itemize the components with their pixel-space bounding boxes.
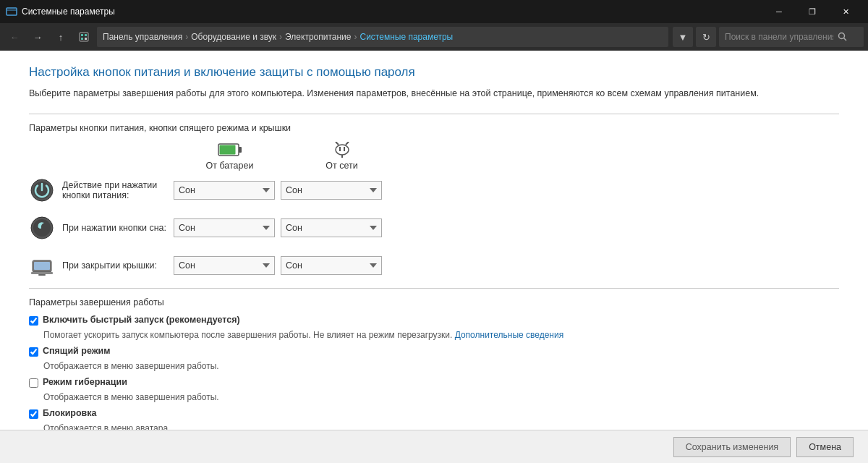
hibernate-sub: Отображается в меню завершения работы. xyxy=(43,392,839,402)
lid-label: При закрытии крышки: xyxy=(62,260,174,271)
svg-rect-3 xyxy=(81,34,83,36)
sleep-btn-battery-select[interactable]: Сон Завершение работы Ничего не делать Г… xyxy=(174,218,275,237)
main-content: Настройка кнопок питания и включение защ… xyxy=(0,51,868,463)
fast-start-row: Включить быстрый запуск (рекомендуется) xyxy=(29,315,839,326)
svg-rect-23 xyxy=(34,262,50,270)
svg-point-12 xyxy=(336,145,349,155)
hibernate-row: Режим гибернации xyxy=(29,377,839,388)
sleep-button-row: При нажатии кнопки сна: Сон Завершение р… xyxy=(29,213,839,243)
addressbar: ← → ↑ Панель управления › Оборудование и… xyxy=(0,23,868,51)
window-controls: ─ ❐ ✕ xyxy=(762,0,862,23)
svg-line-13 xyxy=(336,142,339,145)
svg-rect-17 xyxy=(344,147,345,151)
back-button[interactable]: ← xyxy=(4,27,25,47)
fast-start-link[interactable]: Дополнительные сведения xyxy=(455,330,563,340)
battery-icon xyxy=(218,142,242,158)
power-icon xyxy=(330,142,354,158)
sleep-btn-icon xyxy=(29,215,55,241)
lock-label: Блокировка xyxy=(43,408,97,418)
breadcrumb: Панель управления › Оборудование и звук … xyxy=(97,27,668,47)
sleep-mode-sub: Отображается в меню завершения работы. xyxy=(43,361,839,371)
up-button[interactable]: ↑ xyxy=(51,27,71,47)
divider-1 xyxy=(29,114,839,114)
breadcrumb-power[interactable]: Электропитание xyxy=(285,32,351,42)
lid-row: При закрытии крышки: Сон Завершение рабо… xyxy=(29,250,839,281)
hibernate-checkbox[interactable] xyxy=(29,378,38,388)
svg-rect-0 xyxy=(7,8,17,15)
svg-rect-11 xyxy=(219,145,235,154)
lid-icon xyxy=(29,252,55,279)
section1-label: Параметры кнопки питания, кнопки спящего… xyxy=(29,123,839,133)
save-button[interactable]: Сохранить изменения xyxy=(673,437,791,457)
breadcrumb-controlpanel[interactable]: Панель управления xyxy=(103,32,182,42)
page-title: Настройка кнопок питания и включение защ… xyxy=(29,65,839,80)
cancel-button[interactable]: Отмена xyxy=(796,437,854,457)
svg-rect-4 xyxy=(81,38,83,40)
titlebar: Системные параметры ─ ❐ ✕ xyxy=(0,0,868,23)
search-input[interactable] xyxy=(725,32,833,42)
forward-button[interactable]: → xyxy=(27,27,48,47)
fast-start-label: Включить быстрый запуск (рекомендуется) xyxy=(43,315,240,325)
sleep-btn-label: При нажатии кнопки сна: xyxy=(62,223,174,233)
section2-label: Параметры завершения работы xyxy=(29,297,839,307)
svg-point-7 xyxy=(839,33,845,39)
divider-2 xyxy=(29,288,839,289)
hibernate-label: Режим гибернации xyxy=(43,377,127,387)
svg-point-21 xyxy=(33,219,51,237)
location-icon xyxy=(74,27,94,47)
power-btn-battery-dropdown[interactable]: Сон Завершение работы Ничего не делать Г… xyxy=(174,181,275,200)
lid-battery-dropdown[interactable]: Сон Завершение работы Ничего не делать Г… xyxy=(174,256,275,275)
col-battery-header: От батареи xyxy=(174,142,286,171)
lid-battery-select[interactable]: Сон Завершение работы Ничего не делать Г… xyxy=(174,256,275,275)
power-button-row: Действие при нажатии кнопки питания: Сон… xyxy=(29,175,839,205)
sleep-btn-power-select[interactable]: Сон Завершение работы Ничего не делать Г… xyxy=(281,218,382,237)
svg-line-8 xyxy=(844,38,847,41)
page-description: Выберите параметры завершения работы для… xyxy=(29,87,839,101)
sleep-mode-checkbox[interactable] xyxy=(29,347,38,357)
col-power-header: От сети xyxy=(286,142,398,171)
power-btn-battery-select[interactable]: Сон Завершение работы Ничего не делать Г… xyxy=(174,181,275,200)
power-btn-power-select[interactable]: Сон Завершение работы Ничего не делать Г… xyxy=(281,181,382,200)
fast-start-checkbox[interactable] xyxy=(29,316,38,326)
power-btn-label: Действие при нажатии кнопки питания: xyxy=(62,180,174,200)
window-title: Системные параметры xyxy=(22,7,762,17)
lid-power-dropdown[interactable]: Сон Завершение работы Ничего не делать Г… xyxy=(281,256,382,275)
lock-row: Блокировка xyxy=(29,408,839,419)
column-headers: От батареи От сети xyxy=(29,142,839,171)
breadcrumb-hardware[interactable]: Оборудование и звук xyxy=(191,32,276,42)
power-btn-icon xyxy=(29,177,55,203)
minimize-button[interactable]: ─ xyxy=(762,0,796,23)
svg-rect-2 xyxy=(80,33,88,41)
search-box[interactable] xyxy=(719,27,864,47)
svg-rect-10 xyxy=(239,147,242,153)
power-btn-power-dropdown[interactable]: Сон Завершение работы Ничего не делать Г… xyxy=(281,181,382,200)
window-icon xyxy=(6,6,17,17)
search-icon xyxy=(838,32,848,42)
sleep-btn-power-dropdown[interactable]: Сон Завершение работы Ничего не делать Г… xyxy=(281,218,382,237)
fast-start-sub: Помогает ускорить запуск компьютера посл… xyxy=(43,330,839,340)
breadcrumb-dropdown[interactable]: ▼ xyxy=(673,27,693,47)
lock-checkbox[interactable] xyxy=(29,409,38,419)
sleep-mode-label: Спящий режим xyxy=(43,346,110,356)
svg-line-14 xyxy=(346,142,349,145)
svg-rect-6 xyxy=(85,38,87,40)
svg-rect-25 xyxy=(38,274,46,276)
sleep-mode-row: Спящий режим xyxy=(29,346,839,357)
svg-rect-16 xyxy=(339,147,341,151)
lid-power-select[interactable]: Сон Завершение работы Ничего не делать Г… xyxy=(281,256,382,275)
refresh-button[interactable]: ↻ xyxy=(696,27,716,47)
sleep-btn-battery-dropdown[interactable]: Сон Завершение работы Ничего не делать Г… xyxy=(174,218,275,237)
svg-rect-24 xyxy=(31,272,53,274)
breadcrumb-sysparams[interactable]: Системные параметры xyxy=(359,32,453,42)
svg-rect-5 xyxy=(85,34,87,36)
maximize-button[interactable]: ❐ xyxy=(796,0,829,23)
close-button[interactable]: ✕ xyxy=(829,0,862,23)
bottom-bar: Сохранить изменения Отмена xyxy=(0,430,868,463)
